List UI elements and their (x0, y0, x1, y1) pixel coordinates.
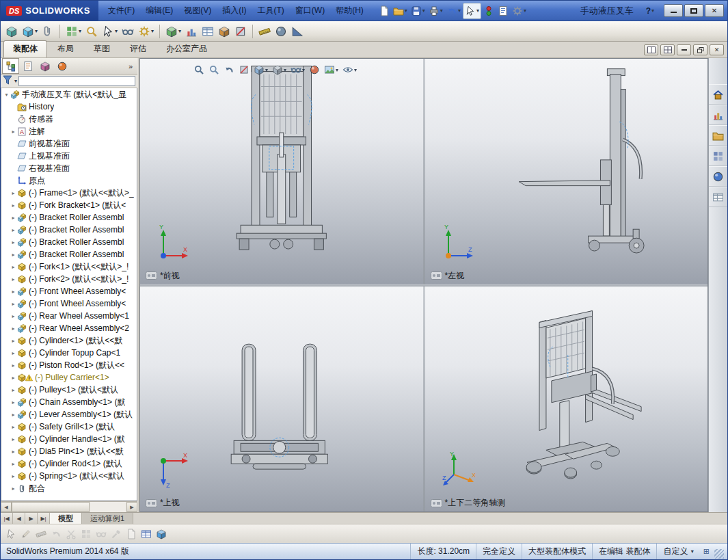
rebuild-icon[interactable] (482, 3, 496, 19)
assembly-features-icon[interactable]: ▾ (137, 23, 155, 40)
new-motion-study-icon[interactable] (184, 23, 199, 40)
appearances-tab[interactable] (709, 166, 727, 187)
scrollbar-track[interactable] (12, 502, 126, 512)
tree-item[interactable]: ▸(-) Frame<1> (默认<<默认>_ (1, 187, 137, 199)
tree-item[interactable]: 右视基准面 (1, 162, 137, 174)
display-style-icon[interactable]: ▾ (271, 62, 288, 78)
reference-geometry-icon[interactable]: ▾ (164, 23, 183, 40)
filter-input[interactable] (18, 76, 135, 86)
mirror-entities-icon[interactable] (79, 526, 93, 542)
tab-evaluate[interactable]: 评估 (120, 40, 156, 57)
tree-item[interactable]: ▸(-) Front Wheel Assembly< (1, 285, 137, 297)
zoom-fit-icon[interactable] (192, 62, 206, 78)
view-settings-icon[interactable]: ▾ (341, 62, 358, 78)
featuremanager-tab-button[interactable] (2, 58, 19, 74)
tab-scroll-last-icon[interactable]: ▶| (38, 513, 50, 524)
tree-item[interactable]: ▸(-) Rear Wheel Assembly<2 (1, 322, 137, 334)
design-table-icon[interactable] (139, 526, 153, 542)
options-icon[interactable]: ▾ (511, 3, 528, 19)
tree-item[interactable]: ▸(-) Bracket Roller Assembl (1, 211, 137, 224)
tree-expander-icon[interactable]: ▸ (10, 202, 17, 209)
tree-expander-icon[interactable]: ▸ (10, 190, 17, 196)
tree-item[interactable]: ▸(-) Chain Assembly<1> (默 (1, 396, 137, 408)
mass-properties-icon[interactable] (273, 23, 288, 40)
chevron-down-icon[interactable]: ▾ (14, 78, 17, 84)
tree-expander-icon[interactable]: ▸ (10, 264, 17, 270)
configurationmanager-tab-button[interactable] (36, 58, 53, 74)
tree-expander-icon[interactable]: ▸ (10, 449, 17, 455)
tree-expander-icon[interactable]: ▸ (10, 399, 17, 405)
tree-expander-icon[interactable]: ▸ (10, 412, 17, 418)
tree-item[interactable]: ▸(-) Cylinder Topup Cap<1 (1, 347, 137, 359)
viewport-split-single-icon[interactable] (644, 44, 658, 55)
statusbar-custom-dropdown[interactable]: 自定义 ▾ (656, 544, 699, 559)
select-icon[interactable]: ▾ (463, 3, 481, 19)
document-close-button[interactable]: ✕ (710, 44, 724, 55)
menu-insert[interactable]: 插入(I) (217, 1, 252, 21)
previous-view-icon[interactable] (222, 62, 236, 78)
tree-expander-icon[interactable]: ▸ (10, 387, 17, 393)
interference-detection-icon[interactable] (233, 23, 248, 40)
tree-item[interactable]: ▸(-) Cylinder Handle<1> (默 (1, 433, 137, 445)
viewport-pane-isometric[interactable]: Y X Z *上下二等角轴测 (425, 286, 708, 512)
viewport-pane-top[interactable]: X Z *上视 (140, 286, 423, 512)
viewport-pane-left[interactable]: Y Z *左视 (425, 59, 708, 284)
viewport-split-quad-icon[interactable] (660, 44, 675, 55)
edit-appearance-icon[interactable] (308, 62, 321, 78)
tree-item[interactable]: ▸(-) Front Wheel Assembly< (1, 297, 137, 310)
apply-scene-icon[interactable]: ▾ (323, 62, 340, 78)
insert-components-icon[interactable]: ▾ (21, 23, 39, 40)
print-icon[interactable]: ▾ (427, 3, 444, 19)
tree-item[interactable]: ▸(-) Piston Rod<1> (默认<< (1, 359, 137, 371)
tree-item[interactable]: ▸(-) Bracket Roller Assembl (1, 248, 137, 261)
save-icon[interactable]: ▾ (409, 3, 427, 19)
tree-expander-icon[interactable]: ▸ (10, 424, 17, 430)
propertymanager-tab-button[interactable] (19, 58, 36, 74)
tree-item[interactable]: ▸(-) Fork<1> (默认<<默认>_! (1, 261, 137, 273)
tree-item[interactable]: ▸(-) Lever Assembly<1> (默认 (1, 408, 137, 421)
tree-expander-icon[interactable]: ▸ (10, 313, 17, 319)
scroll-left-icon[interactable]: ◀ (1, 502, 12, 512)
isometric-cube-icon[interactable] (154, 526, 168, 542)
tree-expander-icon[interactable]: ▸ (10, 362, 17, 369)
tree-item[interactable]: ▸(-) Dia5 Pin<1> (默认<<默 (1, 445, 137, 457)
tree-item[interactable]: ▸(-) Bracket Roller Assembl (1, 236, 137, 248)
trim-entities-icon[interactable] (64, 526, 78, 542)
undo-icon[interactable]: ▾ (445, 3, 462, 19)
tree-expander-icon[interactable]: ▸ (10, 129, 17, 135)
tree-expander-icon[interactable]: ▾ (3, 92, 10, 98)
tree-expander-icon[interactable]: ▸ (10, 252, 17, 258)
hide-show-items-icon[interactable]: ▾ (289, 62, 306, 78)
tree-item[interactable]: 上视基准面 (1, 150, 137, 162)
tree-item[interactable]: 原点 (1, 174, 137, 187)
tree-item[interactable]: ▸配合 (1, 482, 137, 494)
move-component-icon[interactable]: ▾ (100, 23, 119, 40)
exploded-view-icon[interactable] (217, 23, 232, 40)
tree-expander-icon[interactable]: ▸ (10, 473, 17, 479)
tab-motion-study-1[interactable]: 运动算例1 (82, 513, 133, 524)
tree-expander-icon[interactable]: ▸ (10, 227, 17, 233)
tree-item[interactable]: ▸(-) Cylinder<1> (默认<<默 (1, 334, 137, 347)
menu-window[interactable]: 窗口(W) (290, 1, 330, 21)
tree-item[interactable]: ▸(-) Cylinder Rod<1> (默认 (1, 457, 137, 470)
help-button[interactable]: ?▾ (642, 5, 658, 17)
tab-layout[interactable]: 布局 (48, 40, 83, 57)
tab-scroll-next-icon[interactable]: ▶ (25, 513, 38, 524)
zoom-area-icon[interactable] (207, 62, 221, 78)
solidworks-resources-tab[interactable] (709, 84, 727, 105)
measure-icon[interactable] (257, 23, 272, 40)
linear-component-pattern-icon[interactable]: ▾ (64, 23, 83, 40)
section-view-icon[interactable] (237, 62, 251, 78)
tab-model[interactable]: 模型 (50, 513, 82, 524)
tree-item[interactable]: ▸(-) Safety Grill<1> (默认 (1, 421, 137, 433)
panel-overflow-button[interactable]: » (124, 58, 137, 74)
tree-item[interactable]: ▸(-) Rear Wheel Assembly<1 (1, 310, 137, 322)
scrollbar-thumb[interactable] (12, 502, 90, 512)
file-properties-icon[interactable] (496, 3, 510, 19)
minimize-button[interactable] (664, 4, 683, 17)
tab-office-products[interactable]: 办公室产品 (157, 40, 217, 57)
tab-scroll-prev-icon[interactable]: ◀ (13, 513, 25, 524)
displaymanager-tab-button[interactable] (53, 58, 70, 74)
smart-fasteners-icon[interactable] (84, 23, 99, 40)
tree-expander-icon[interactable]: ▸ (10, 436, 17, 442)
